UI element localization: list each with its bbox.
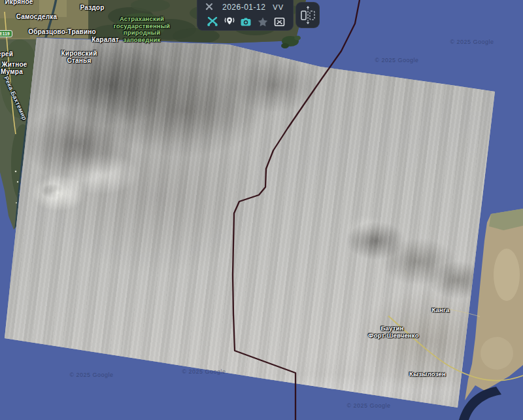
date-selector[interactable]: 2026-01-12 [222, 3, 265, 12]
sar-toolbar: 2026-01-12 VV [197, 0, 294, 31]
vector-overlay [0, 0, 523, 420]
star-button[interactable] [256, 14, 270, 29]
minor-road [437, 307, 480, 317]
toolbar-actions-row [205, 14, 286, 29]
polarization-selector[interactable]: VV [273, 3, 284, 11]
map-viewport[interactable]: E119 Икряное Раздор Самосделка Образцово… [0, 0, 523, 420]
crossed-tools-icon [205, 1, 213, 13]
region-border-line [233, 0, 360, 420]
location-signal-icon [224, 16, 235, 27]
camera-button[interactable] [239, 14, 253, 29]
location-signal-button[interactable] [222, 14, 237, 29]
swipe-compare-button[interactable] [295, 2, 320, 28]
crop-screenshot-icon [274, 17, 285, 27]
camera-icon [240, 16, 252, 27]
cut-tools-button[interactable] [205, 14, 220, 29]
crop-screenshot-button[interactable] [272, 14, 286, 29]
star-icon [257, 16, 269, 27]
road-badge-e119: E119 [0, 30, 12, 37]
yellow-road [388, 316, 523, 381]
toolbar-date-row: 2026-01-12 VV [205, 2, 286, 12]
swipe-compare-icon [300, 5, 316, 25]
cut-tools-icon [207, 16, 218, 27]
